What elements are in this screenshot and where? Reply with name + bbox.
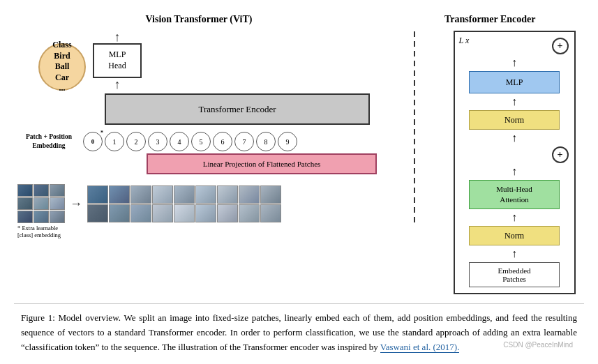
- mlp-head-label: MLPHead: [108, 50, 126, 71]
- lx-label: L x: [459, 36, 470, 46]
- patch-position-label: Patch + PositionEmbedding: [17, 132, 80, 151]
- te-mha-box: Multi-HeadAttention: [469, 180, 560, 209]
- class-label: Class: [52, 40, 71, 51]
- transformer-encoder-label: Transformer Encoder: [198, 104, 276, 115]
- patch-token-8: 8: [256, 132, 276, 151]
- arrow-right-icon: →: [70, 197, 82, 211]
- te-embedded-label: EmbeddedPatches: [498, 266, 530, 283]
- arrow-up-6: ↑: [511, 248, 517, 259]
- vit-section: Vision Transformer (ViT) Class Bird Ball…: [14, 14, 384, 238]
- up-arrow-class: ↑: [114, 31, 121, 43]
- diagram-area: Vision Transformer (ViT) Class Bird Ball…: [14, 7, 584, 298]
- patch-token-6: 6: [213, 132, 232, 151]
- te-box: L x + ↑ MLP ↑ Norm ↑: [454, 31, 576, 294]
- linear-proj-box: Linear Projection of Flattened Patches: [147, 153, 377, 174]
- caption-text: Figure 1: Model overview. We split an im…: [21, 312, 577, 352]
- te-norm-top: Norm: [469, 110, 560, 130]
- arrow-up-5: ↑: [511, 212, 517, 223]
- te-norm-top-label: Norm: [504, 115, 524, 126]
- up-arrow-mlp: ↑: [114, 78, 121, 91]
- arrow-up-4: ↑: [511, 166, 517, 177]
- arrow-up-1: ↑: [511, 57, 517, 68]
- patch-token-4: 4: [170, 132, 189, 151]
- mlp-head-box: MLPHead: [93, 43, 142, 78]
- class-box: Class Bird Ball Car ...: [38, 43, 86, 91]
- extra-note: * Extra learnable[class] embedding: [14, 225, 384, 238]
- arrow-up-3: ↑: [511, 132, 517, 144]
- class-bird: Bird: [54, 51, 70, 62]
- vit-title: Vision Transformer (ViT): [146, 14, 253, 25]
- patch-token-7: 7: [234, 132, 254, 151]
- transformer-encoder-big-box: Transformer Encoder: [105, 93, 370, 125]
- te-mha-label: Multi-HeadAttention: [496, 184, 532, 206]
- patch-token-0: 0 *: [83, 132, 103, 151]
- transformer-encoder-section: Transformer Encoder L x + ↑ MLP ↑: [444, 14, 584, 294]
- caption-link[interactable]: Vaswani et al. (2017).: [380, 342, 460, 353]
- patch-token-1: 1: [105, 132, 124, 151]
- star-mark: *: [100, 130, 103, 136]
- main-figure: Vision Transformer (ViT) Class Bird Ball…: [14, 7, 584, 354]
- section-divider: [414, 31, 415, 227]
- patch-token-2: 2: [126, 132, 146, 151]
- patch-token-3: 3: [148, 132, 167, 151]
- te-norm-bottom: Norm: [469, 226, 560, 245]
- te-embedded-patches: EmbeddedPatches: [469, 262, 560, 287]
- caption: Figure 1: Model overview. We split an im…: [14, 303, 584, 354]
- patch-token-9: 9: [278, 132, 297, 151]
- te-title: Transformer Encoder: [444, 14, 536, 25]
- linear-proj-label: Linear Projection of Flattened Patches: [203, 160, 321, 168]
- class-dots: ...: [59, 83, 66, 94]
- patch-token-5: 5: [191, 132, 211, 151]
- original-image-grid: [17, 184, 65, 223]
- patch-grid: [87, 185, 281, 222]
- plus-circle-bottom: +: [552, 146, 569, 163]
- watermark: CSDN @PeaceInMind: [503, 341, 573, 349]
- te-mlp-box: MLP: [469, 71, 560, 93]
- arrow-up-2: ↑: [511, 96, 517, 107]
- class-ball: Ball: [55, 61, 70, 73]
- te-mlp-label: MLP: [506, 77, 523, 88]
- class-car: Car: [55, 73, 69, 84]
- plus-circle-top: +: [552, 38, 569, 54]
- figure-container: Vision Transformer (ViT) Class Bird Ball…: [14, 7, 584, 354]
- te-norm-bottom-label: Norm: [504, 231, 524, 241]
